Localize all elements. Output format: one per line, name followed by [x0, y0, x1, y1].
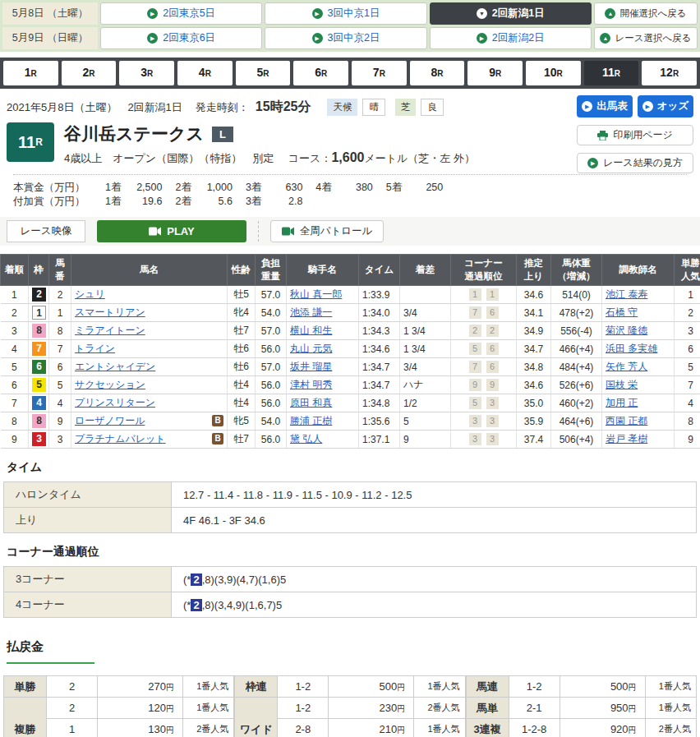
horse-weight: 556(-4) [551, 322, 602, 340]
jockey-link[interactable]: 勝浦 正樹 [290, 415, 332, 426]
arrow-right-icon: ▶ [642, 101, 653, 112]
jockey-link[interactable]: 黛 弘人 [290, 433, 322, 445]
margin: 3/4 [400, 304, 451, 322]
trainer-link[interactable]: 加用 正 [606, 397, 638, 408]
horse-name-link[interactable]: ミラアイトーン [75, 325, 145, 336]
trainer-link[interactable]: 西園 正都 [606, 415, 647, 426]
start-time-label: 発走時刻： [196, 100, 249, 115]
race-tab-5r[interactable]: 5R [236, 61, 291, 85]
patrol-button[interactable]: 全周パトロール [270, 220, 384, 242]
results-column-header: 推定 上り [517, 255, 551, 286]
payout-group: 単勝2270円1番人気複勝2120円1番人気1130円2番人気8140円3番人気 [3, 675, 234, 737]
trainer-link[interactable]: 石橋 守 [606, 306, 638, 318]
win-favorite-rank: 7 [675, 376, 700, 394]
bet-combination: 2 [47, 676, 98, 698]
course-distance: 1,600 [331, 150, 364, 164]
race-tab-4r[interactable]: 4R [177, 61, 233, 85]
bet-type-label: ワイド [235, 698, 278, 737]
finish-time: 1:33.9 [359, 286, 400, 304]
odds-button[interactable]: ▶ オッズ [638, 95, 693, 117]
meeting-button[interactable]: ▶2回東京6日 [100, 27, 262, 49]
horse-name-link[interactable]: ローザノワール [75, 415, 145, 426]
horse-name-cell: エントシャイデン [71, 358, 228, 376]
result-row: 122シュリ牡557.0秋山 真一郎1:33.91134.6514(0)池江 泰… [1, 286, 700, 304]
horse-number: 6 [49, 358, 71, 376]
race-tab-1r[interactable]: 1R [3, 61, 58, 85]
arrow-up-icon: ▲ [605, 8, 615, 19]
margin: 1 3/4 [400, 322, 451, 340]
play-button[interactable]: PLAY [97, 220, 246, 242]
race-tab-3r[interactable]: 3R [119, 61, 174, 85]
horse-number: 4 [49, 394, 71, 412]
results-column-header: 着順 [1, 255, 29, 286]
trainer-link[interactable]: 浜田 多実雄 [606, 343, 657, 354]
trainer-link[interactable]: 国枝 栄 [606, 379, 638, 390]
arrow-up-icon: ▲ [600, 33, 610, 44]
sex-age: 牝5 [228, 412, 256, 431]
horse-name-link[interactable]: プラチナムバレット [75, 433, 166, 445]
jockey-link[interactable]: 秋山 真一郎 [290, 288, 342, 300]
bracket-number: 4 [32, 396, 46, 410]
horse-name-link[interactable]: シュリ [75, 288, 105, 300]
horse-name-link[interactable]: エントシャイデン [75, 361, 155, 372]
horse-weight: 526(+6) [551, 376, 602, 394]
horse-number: 5 [49, 376, 71, 394]
meeting-button[interactable]: ▶3回中京2日 [265, 27, 426, 49]
race-tab-9r[interactable]: 9R [467, 61, 523, 85]
horse-name-link[interactable]: プリンスリターン [75, 397, 155, 408]
trainer-link[interactable]: 矢作 芳人 [606, 361, 647, 372]
corner-position: 5 [469, 397, 481, 409]
last-3f-time: 34.7 [517, 340, 551, 358]
jockey-link[interactable]: 丸山 元気 [290, 343, 332, 354]
jockey-link[interactable]: 横山 和生 [290, 325, 332, 336]
meeting-button-label: 2回東京6日 [163, 31, 215, 45]
jockey-cell: 横山 和生 [287, 322, 359, 340]
horse-name-link[interactable]: トライン [75, 343, 115, 354]
corner-position: 6 [486, 306, 499, 319]
entries-button[interactable]: ▶ 出馬表 [577, 95, 633, 117]
race-tab-2r[interactable]: 2R [62, 61, 117, 85]
meeting-button[interactable]: ▶3回中京1日 [265, 2, 426, 25]
bet-combination: 1-2-8 [509, 719, 560, 737]
bracket-number-cell: 8 [29, 322, 49, 340]
margin: 3/4 [400, 358, 451, 376]
meeting-button[interactable]: ▶2回新潟2日 [430, 27, 592, 49]
back-button[interactable]: ▲レース選択へ戻る [594, 27, 698, 49]
jockey-link[interactable]: 津村 明秀 [290, 379, 332, 390]
bracket-number-cell: 5 [29, 376, 49, 394]
print-button[interactable]: 印刷用ページ [577, 125, 693, 145]
jockey-link[interactable]: 池添 謙一 [290, 306, 332, 318]
race-tab-8r[interactable]: 8R [410, 61, 465, 85]
race-tab-10r[interactable]: 10R [526, 61, 581, 85]
prize-row: 本賞金（万円）1着2,5002着1,0003着6304着3805着250 [13, 181, 687, 195]
race-tab-6r[interactable]: 6R [293, 61, 348, 85]
trainer-link[interactable]: 岩戸 孝樹 [606, 433, 647, 445]
bracket-number: 8 [32, 414, 46, 428]
payout-amount: 920円 [560, 719, 645, 737]
time-row: 上り4F 46.1 - 3F 34.6 [4, 508, 697, 533]
jockey-link[interactable]: 原田 和真 [290, 397, 332, 408]
horse-weight: 464(+6) [551, 412, 602, 431]
time-row-value: 12.7 - 11.4 - 11.8 - 11.9 - 11.5 - 10.9 … [172, 482, 697, 508]
howto-button[interactable]: ▶ レース結果の見方 [577, 153, 693, 173]
time-row-value: 4F 46.1 - 3F 34.6 [172, 508, 697, 533]
favorite-rank: 1番人気 [414, 719, 465, 737]
sex-age: 牡4 [228, 394, 256, 412]
race-tab-11r[interactable]: 11R [584, 61, 639, 85]
jockey-link[interactable]: 坂井 瑠星 [290, 361, 332, 372]
meeting-button[interactable]: ▼2回新潟1日 [430, 2, 592, 25]
corner-position: 3 [469, 415, 481, 427]
jockey-cell: 原田 和真 [287, 394, 359, 412]
race-tab-7r[interactable]: 7R [352, 61, 407, 85]
back-button[interactable]: ▲開催選択へ戻る [594, 2, 698, 25]
trainer-link[interactable]: 菊沢 隆徳 [606, 325, 647, 336]
trainer-link[interactable]: 池江 泰寿 [606, 288, 647, 300]
results-table-body: 122シュリ牡557.0秋山 真一郎1:33.91134.6514(0)池江 泰… [1, 286, 700, 449]
horse-name-link[interactable]: スマートリアン [75, 306, 145, 318]
meeting-button-label: 2回新潟2日 [492, 31, 545, 45]
meeting-button[interactable]: ▶2回東京5日 [100, 2, 262, 25]
horse-name-link[interactable]: サクセッション [75, 379, 145, 390]
corner-row: 3コーナー(*2,8)(3,9)(4,7)(1,6)5 [4, 567, 697, 592]
trainer-cell: 浜田 多実雄 [602, 340, 675, 358]
race-tab-12r[interactable]: 12R [642, 61, 697, 85]
